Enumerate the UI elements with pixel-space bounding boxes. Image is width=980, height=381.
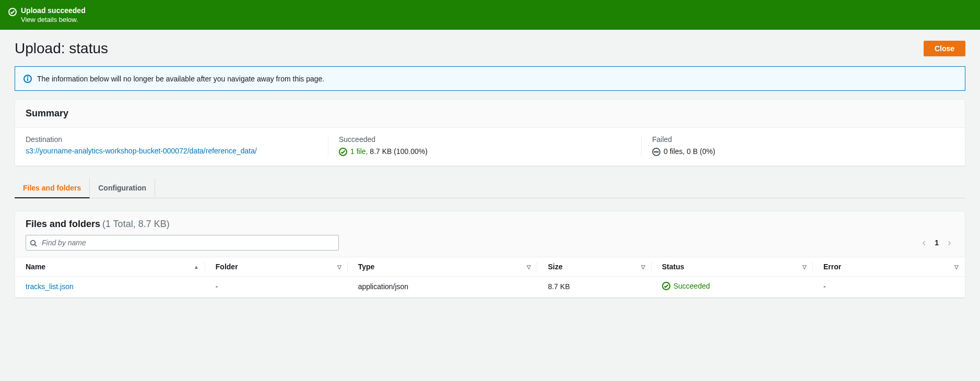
failed-label: Failed: [652, 135, 944, 144]
sort-icon: ▽: [337, 264, 341, 269]
info-alert: The information below will no longer be …: [15, 66, 965, 91]
svg-point-9: [31, 240, 36, 245]
success-banner: Upload succeeded View details below.: [0, 0, 980, 30]
banner-title: Upload succeeded: [21, 6, 86, 15]
table-row: tracks_list.json - application/json 8.7 …: [15, 276, 965, 297]
ellipsis-circle-icon: [652, 147, 660, 156]
file-folder: -: [205, 276, 348, 297]
check-circle-icon: [8, 7, 17, 16]
files-count: (1 Total, 8.7 KB): [102, 219, 170, 229]
column-header-size[interactable]: Size▽: [537, 257, 651, 276]
file-name-link[interactable]: tracks_list.json: [26, 282, 74, 291]
check-circle-icon: [339, 147, 347, 156]
column-header-type[interactable]: Type▽: [348, 257, 538, 276]
svg-point-7: [656, 151, 657, 152]
succeeded-rest: 8.7 KB (100.00%): [368, 147, 427, 156]
close-button[interactable]: Close: [924, 41, 965, 56]
sort-icon: ▽: [527, 264, 531, 269]
page-number: 1: [935, 239, 939, 247]
file-error: -: [813, 276, 965, 297]
failed-value: 0 files, 0 B (0%): [664, 147, 715, 156]
file-size: 8.7 KB: [537, 276, 651, 297]
summary-succeeded: Succeeded 1 file, 8.7 KB (100.00%): [328, 135, 641, 156]
files-title: Files and folders: [26, 219, 100, 229]
files-panel: Files and folders (1 Total, 8.7 KB) 1: [15, 211, 965, 298]
destination-label: Destination: [26, 135, 317, 144]
destination-link[interactable]: s3://yourname-analytics-workshop-bucket-…: [26, 147, 257, 155]
page-title: Upload: status: [15, 40, 108, 57]
sort-asc-icon: ▲: [194, 264, 199, 269]
status-badge: Succeeded: [662, 282, 710, 290]
column-header-status[interactable]: Status▽: [652, 257, 813, 276]
files-table: Name▲ Folder▽ Type▽ Size▽ Status▽ Error▽…: [15, 257, 965, 297]
column-header-name[interactable]: Name▲: [15, 257, 205, 276]
tabs: Files and folders Configuration: [15, 178, 965, 198]
sort-icon: ▽: [954, 264, 959, 269]
summary-destination: Destination s3://yourname-analytics-work…: [26, 135, 328, 156]
tab-configuration[interactable]: Configuration: [90, 178, 155, 198]
search-input[interactable]: [26, 235, 339, 251]
sort-icon: ▽: [641, 264, 645, 269]
column-header-error[interactable]: Error▽: [813, 257, 965, 276]
succeeded-label: Succeeded: [339, 135, 631, 144]
banner-subtitle: View details below.: [21, 16, 86, 23]
summary-title: Summary: [26, 108, 954, 119]
next-page-button[interactable]: [944, 236, 954, 249]
search-icon: [30, 238, 37, 246]
pagination: 1: [919, 236, 954, 249]
svg-point-6: [654, 151, 655, 152]
tab-files-and-folders[interactable]: Files and folders: [15, 178, 90, 198]
column-header-folder[interactable]: Folder▽: [205, 257, 348, 276]
svg-line-10: [35, 244, 37, 246]
prev-page-button[interactable]: [919, 236, 929, 249]
info-alert-text: The information below will no longer be …: [37, 75, 324, 83]
summary-failed: Failed 0 files, 0 B (0%): [641, 135, 954, 156]
succeeded-prefix: 1 file,: [350, 147, 368, 156]
summary-panel: Summary Destination s3://yourname-analyt…: [15, 99, 965, 165]
svg-point-8: [657, 151, 658, 152]
file-type: application/json: [348, 276, 538, 297]
sort-icon: ▽: [802, 264, 807, 269]
info-icon: [23, 74, 32, 83]
svg-point-3: [28, 77, 28, 77]
